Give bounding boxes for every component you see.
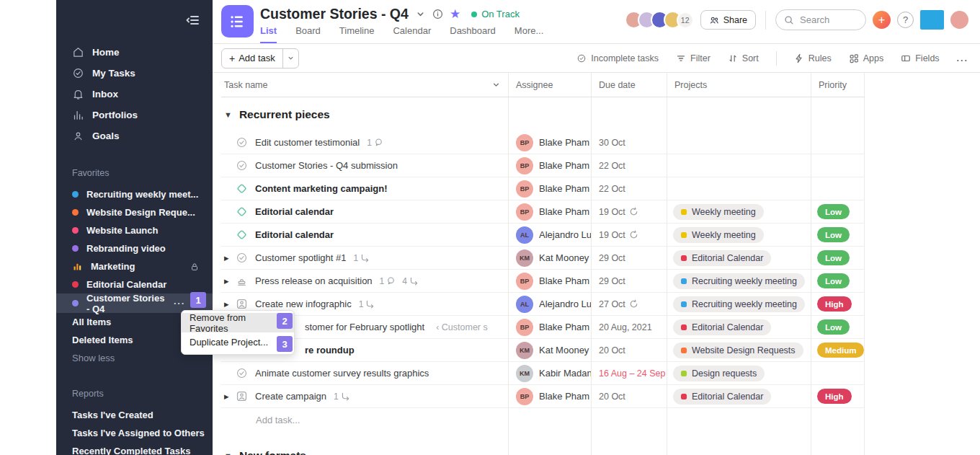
due-date-cell[interactable]: 16 Aug – 24 Sep	[591, 362, 667, 384]
task-row[interactable]: Editorial calendar BP Blake Pham 19 Oct …	[221, 200, 865, 224]
report-link[interactable]: Recently Completed Tasks	[56, 442, 213, 455]
column-priority[interactable]: Priority	[811, 73, 865, 97]
assignee-cell[interactable]: KM Kat Mooney	[508, 339, 591, 361]
task-name[interactable]: re roundup	[305, 345, 355, 355]
priority-badge[interactable]: Low	[817, 319, 850, 335]
sidebar-item-home[interactable]: Home	[56, 42, 213, 63]
add-task-button[interactable]: +Add task	[221, 48, 299, 69]
favorite-item-marketing[interactable]: Marketing	[56, 257, 213, 275]
project-cell[interactable]	[667, 154, 811, 177]
priority-cell[interactable]: High	[811, 293, 865, 315]
due-date-cell[interactable]: 22 Oct	[591, 154, 667, 177]
project-cell[interactable]: Weekly meeting	[667, 200, 811, 223]
tab-dashboard[interactable]: Dashboard	[450, 25, 496, 43]
check-task-icon[interactable]	[236, 367, 248, 379]
task-name[interactable]: Customer Stories - Q4 submission	[255, 160, 398, 171]
column-assignee[interactable]: Assignee	[508, 73, 591, 97]
app-tile[interactable]	[920, 10, 944, 30]
due-date-cell[interactable]: 22 Oct	[591, 177, 667, 200]
profile-avatar[interactable]	[950, 11, 968, 29]
section-header-new-formats[interactable]: ▼New formats	[221, 442, 865, 455]
toolbar-filter-button[interactable]: Filter	[676, 53, 710, 63]
members-count-badge[interactable]: 12	[677, 12, 694, 29]
column-due-date[interactable]: Due date	[591, 73, 667, 97]
project-cell[interactable]: Recruiting weekly meeting	[667, 293, 811, 315]
personbox-task-icon[interactable]	[236, 390, 248, 402]
project-cell[interactable]: Recruiting weekly meeting	[667, 270, 811, 292]
priority-badge[interactable]: Low	[817, 204, 850, 219]
task-row[interactable]: ▶ Create new infographic 1 AL Alejandro …	[221, 293, 865, 316]
priority-cell[interactable]	[811, 154, 865, 177]
title-chevron-down-icon[interactable]	[415, 9, 426, 19]
task-row[interactable]: ▶ Create campaign 1 BP Blake Pham 20 Oct…	[221, 385, 865, 408]
project-pill[interactable]: Editorial Calendar	[673, 389, 771, 405]
toolbar-more-button[interactable]: ...	[957, 53, 968, 63]
task-name[interactable]: Content marketing campaign!	[255, 183, 387, 194]
info-icon[interactable]	[432, 9, 443, 19]
sidebar-item-portfolios[interactable]: Portfolios	[56, 105, 213, 125]
assignee-cell[interactable]: BP Blake Pham	[508, 270, 591, 292]
due-date-cell[interactable]: 20 Oct	[591, 339, 667, 361]
priority-badge[interactable]: Low	[817, 227, 850, 242]
task-name[interactable]: Editorial calendar	[255, 229, 334, 240]
report-link[interactable]: Tasks I've Created	[56, 406, 213, 424]
task-row[interactable]: Content marketing campaign! BP Blake Pha…	[221, 177, 865, 200]
add-task-row[interactable]: Add task...	[221, 408, 865, 431]
personbox-task-icon[interactable]	[236, 298, 248, 310]
favorite-item-recruiting-weekly-meet-[interactable]: Recruiting weekly meet...	[56, 185, 213, 203]
member-avatars[interactable]: 12	[625, 11, 694, 29]
task-row[interactable]: re roundup KM Kat Mooney 20 Oct Website …	[221, 339, 865, 362]
assignee-cell[interactable]: AL Alejandro Luna	[508, 224, 591, 246]
priority-cell[interactable]: Medium	[811, 339, 865, 361]
diamond-task-icon[interactable]	[236, 229, 248, 241]
assignee-cell[interactable]: BP Blake Pham	[508, 316, 591, 338]
section-collapse-icon[interactable]: ▼	[224, 451, 232, 455]
project-pill[interactable]: Design requests	[673, 366, 765, 381]
due-date-cell[interactable]: 20 Oct	[591, 385, 667, 407]
section-header-recurrent[interactable]: ▼Recurrent pieces	[221, 97, 865, 131]
task-name[interactable]: Create new infographic	[255, 299, 352, 309]
task-row[interactable]: Animate customer survey results graphics…	[221, 362, 865, 385]
assignee-cell[interactable]: AL Alejandro Luna	[508, 293, 591, 315]
project-pill[interactable]: Editorial Calendar	[673, 250, 771, 266]
task-row[interactable]: stomer for February spotlight ‹ Customer…	[221, 316, 865, 339]
priority-badge[interactable]: Medium	[817, 343, 864, 358]
task-name[interactable]: Editorial calendar	[255, 206, 334, 217]
sidebar-item-my-tasks[interactable]: My Tasks	[56, 63, 213, 84]
sidebar-item-goals[interactable]: Goals	[56, 125, 213, 146]
priority-cell[interactable]: Low	[811, 316, 865, 338]
toolbar-fields-button[interactable]: Fields	[901, 53, 939, 63]
favorite-star-icon[interactable]: ★	[450, 8, 460, 20]
task-row[interactable]: ▶ Customer spotlight #1 1 KM Kat Mooney …	[221, 247, 865, 270]
project-cell[interactable]: Editorial Calendar	[667, 247, 811, 269]
project-pill[interactable]: Recruiting weekly meeting	[673, 296, 805, 312]
task-name[interactable]: Create campaign	[255, 391, 326, 402]
assignee-cell[interactable]: KM Kabir Madan	[508, 362, 591, 384]
tab-list[interactable]: List	[260, 25, 277, 43]
status-badge[interactable]: On Track	[471, 9, 520, 19]
assignee-cell[interactable]: BP Blake Pham	[508, 200, 591, 223]
project-cell[interactable]: Editorial Calendar	[667, 385, 811, 407]
favorite-item-website-design-reque-[interactable]: Website Design Reque...	[56, 203, 213, 221]
tab-more[interactable]: More...	[514, 25, 543, 43]
project-cell[interactable]: Weekly meeting	[667, 224, 811, 246]
sidebar-collapse-icon[interactable]	[184, 12, 201, 29]
priority-cell[interactable]	[811, 177, 865, 200]
assignee-cell[interactable]: BP Blake Pham	[508, 177, 591, 200]
create-button[interactable]: +	[873, 11, 891, 29]
search-input[interactable]: Search	[775, 9, 866, 30]
due-date-cell[interactable]: 19 Oct	[591, 200, 667, 223]
task-row[interactable]: Editorial calendar AL Alejandro Luna 19 …	[221, 224, 865, 247]
project-pill[interactable]: Weekly meeting	[673, 227, 764, 243]
due-date-cell[interactable]: 19 Oct	[591, 224, 667, 246]
project-cell[interactable]	[667, 177, 811, 200]
assignee-cell[interactable]: BP Blake Pham	[508, 385, 591, 407]
task-row[interactable]: ▶ Press release on acquisition 14 BP Bla…	[221, 270, 865, 293]
chevron-down-icon[interactable]	[491, 80, 501, 89]
tab-timeline[interactable]: Timeline	[339, 25, 375, 43]
more-icon[interactable]: ···	[174, 298, 185, 309]
project-pill[interactable]: Editorial Calendar	[673, 319, 771, 335]
expand-arrow-icon[interactable]: ▶	[224, 393, 236, 400]
task-row[interactable]: Customer Stories - Q4 submission BP Blak…	[221, 154, 865, 177]
project-pill[interactable]: Website Design Requests	[673, 343, 803, 358]
